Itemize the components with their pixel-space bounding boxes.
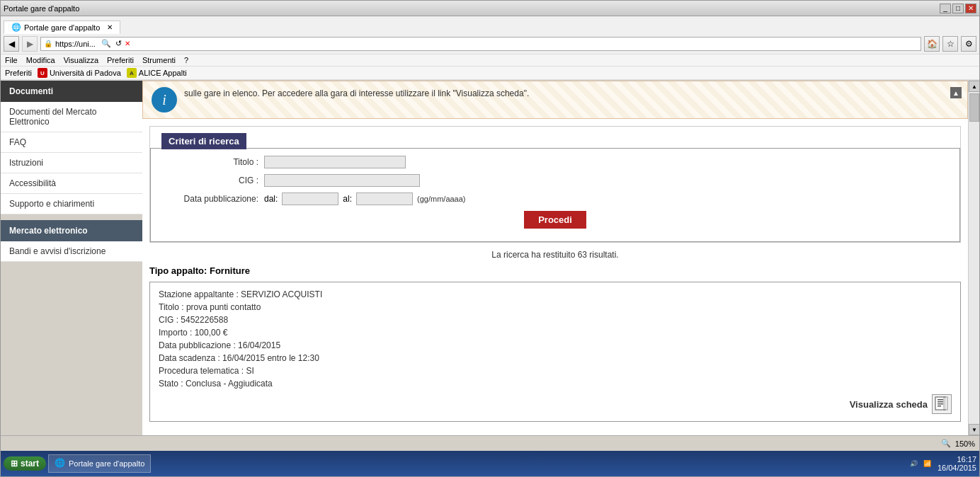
visualizza-link[interactable]: Visualizza scheda [850, 399, 928, 410]
titolo-label: Titolo : [159, 157, 258, 167]
maximize-button[interactable]: □ [952, 4, 964, 13]
url-text: https://uni... [55, 40, 96, 48]
sidebar-item-bandi[interactable]: Bandi e avvisi d'iscrizione [1, 241, 142, 262]
scrollbar: ▲ ▼ [968, 81, 979, 435]
menu-preferiti[interactable]: Preferiti [107, 56, 134, 64]
cig-input[interactable] [264, 174, 420, 187]
fav-alice[interactable]: A ALICE Appalti [127, 68, 187, 78]
sidebar-item-supporto[interactable]: Supporto e chiarimenti [1, 194, 142, 214]
fav-alice-label: ALICE Appalti [139, 69, 187, 77]
menu-bar: File Modifica Visualizza Preferiti Strum… [1, 54, 979, 67]
al-input[interactable] [356, 192, 413, 205]
card-data-scad: Data scadenza : 16/04/2015 entro le 12:3… [159, 353, 952, 363]
close-button[interactable]: ✕ [965, 4, 976, 13]
zoom-level: 150% [955, 439, 975, 448]
card-importo: Importo : 100,00 € [159, 328, 952, 338]
dal-label: dal: [264, 194, 278, 204]
criteri-content: Titolo : CIG : Data pubblicazione: dal: … [150, 148, 960, 242]
search-icon[interactable]: 🔍 [101, 39, 111, 48]
result-card: Stazione appaltante : SERVIZIO ACQUISTI … [149, 282, 961, 422]
minimize-button[interactable]: _ [940, 4, 951, 13]
procedi-button[interactable]: Procedi [524, 211, 586, 229]
stop-icon[interactable]: ✕ [125, 40, 130, 47]
scroll-track[interactable] [969, 92, 979, 424]
volume-icon: 📶 [922, 458, 933, 469]
zoom-icon: 🔍 [941, 439, 951, 448]
date-row: dal: al: (gg/mm/aaaa) [264, 192, 466, 205]
status-bar: 🔍 150% [1, 435, 979, 451]
start-button[interactable]: ⊞ start [4, 456, 46, 471]
card-data-pub: Data pubblicazione : 16/04/2015 [159, 340, 952, 350]
data-pub-row: Data pubblicazione: dal: al: (gg/mm/aaaa… [159, 192, 951, 205]
forward-button[interactable]: ▶ [22, 36, 38, 52]
results-summary: La ricerca ha restituito 63 risultati. [142, 250, 968, 260]
browser-toolbar: 🌐 Portale gare d'appalto ✕ ◀ ▶ 🔒 https:/… [1, 16, 979, 81]
favorites-button[interactable]: ☆ [942, 36, 958, 52]
sidebar-item-istruzioni[interactable]: Istruzioni [1, 153, 142, 173]
info-banner: i sulle gare in elenco. Per accedere all… [142, 81, 968, 119]
card-stato: Stato : Conclusa - Aggiudicata [159, 379, 952, 389]
menu-file[interactable]: File [5, 56, 18, 64]
tipo-appalto: Tipo appalto: Forniture [149, 265, 961, 276]
menu-modifica[interactable]: Modifica [26, 56, 55, 64]
card-titolo: Titolo : prova punti contatto [159, 302, 952, 312]
criteri-title: Criteri di ricerca [161, 133, 246, 149]
scroll-up-button[interactable]: ▲ [969, 81, 979, 92]
taskbar-app-ie[interactable]: 🌐 Portale gare d'appalto [48, 454, 151, 473]
home-button[interactable]: 🏠 [924, 36, 940, 52]
al-label: al: [343, 194, 352, 204]
svg-rect-2 [938, 401, 943, 403]
menu-strumenti[interactable]: Strumenti [142, 56, 176, 64]
card-cig: CIG : 5452226588 [159, 315, 952, 325]
lock-icon: 🔒 [44, 40, 52, 47]
unipd-icon: U [38, 68, 47, 78]
status-right: 🔍 150% [941, 439, 975, 448]
clock-date: 16/04/2015 [938, 464, 976, 472]
sidebar-item-documenti-mercato[interactable]: Documenti del Mercato Elettronico [1, 102, 142, 132]
title-bar: Portale gare d'appalto _ □ ✕ [1, 1, 979, 16]
cig-label: CIG : [159, 176, 258, 185]
sidebar: Documenti Documenti del Mercato Elettron… [1, 81, 142, 435]
address-bar[interactable]: 🔒 https://uni... 🔍 ↺ ✕ [40, 37, 921, 51]
alice-icon: A [127, 68, 137, 78]
scroll-down-button[interactable]: ▼ [969, 424, 979, 435]
tab-icon: 🌐 [11, 23, 21, 32]
sidebar-mercato-header: Mercato elettronico [1, 220, 142, 241]
window-title: Portale gare d'appalto [4, 4, 79, 13]
refresh-icon[interactable]: ↺ [115, 39, 122, 48]
tools-button[interactable]: ⚙ [961, 36, 976, 52]
ie-icon: 🌐 [55, 458, 66, 469]
clock-time: 16:17 [938, 455, 976, 464]
visualizza-row: Visualizza scheda [159, 394, 952, 414]
visualizza-icon[interactable] [932, 394, 952, 414]
menu-help[interactable]: ? [184, 56, 188, 64]
favorites-bar: Preferiti U Università di Padova A ALICE… [1, 67, 979, 80]
svg-rect-1 [938, 399, 943, 401]
menu-visualizza[interactable]: Visualizza [64, 56, 98, 64]
card-stazione: Stazione appaltante : SERVIZIO ACQUISTI [159, 289, 952, 299]
back-button[interactable]: ◀ [4, 36, 19, 52]
card-proc-tel: Procedura telematica : SI [159, 366, 952, 376]
titolo-input[interactable] [264, 156, 406, 168]
taskbar-app-ie-label: Portale gare d'appalto [69, 459, 144, 468]
clock: 16:17 16/04/2015 [938, 455, 976, 472]
fav-unipd[interactable]: U Università di Padova [38, 68, 121, 78]
sidebar-item-accessibilita[interactable]: Accessibilità [1, 173, 142, 194]
scroll-thumb[interactable] [969, 93, 979, 122]
active-tab[interactable]: 🌐 Portale gare d'appalto ✕ [4, 21, 120, 34]
tab-label: Portale gare d'appalto [24, 23, 100, 32]
document-icon [934, 396, 950, 412]
criteri-box: Criteri di ricerca Titolo : CIG : Data p… [149, 126, 961, 243]
content-area: Documenti Documenti del Mercato Elettron… [1, 81, 979, 435]
cig-row: CIG : [159, 174, 951, 187]
collapse-button[interactable]: ▲ [950, 87, 962, 98]
sidebar-item-faq[interactable]: FAQ [1, 132, 142, 153]
fav-unipd-label: Università di Padova [50, 69, 121, 77]
dal-input[interactable] [282, 192, 338, 205]
tab-close-icon[interactable]: ✕ [107, 23, 113, 31]
sys-tray: 🔊 📶 [908, 458, 933, 469]
page-content: i sulle gare in elenco. Per accedere all… [142, 81, 968, 435]
nav-bar: ◀ ▶ 🔒 https://uni... 🔍 ↺ ✕ 🏠 ☆ ⚙ [1, 33, 979, 54]
sidebar-documenti-header: Documenti [1, 81, 142, 102]
svg-rect-4 [938, 406, 941, 407]
